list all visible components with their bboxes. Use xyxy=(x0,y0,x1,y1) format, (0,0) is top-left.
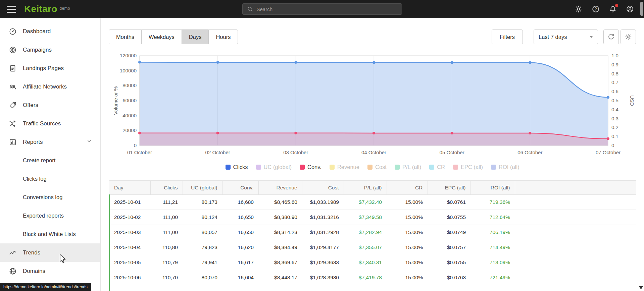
scrollbar-down-arrow[interactable] xyxy=(639,286,643,289)
sidebar-subitem-label: Black and White Lists xyxy=(23,231,76,237)
search-icon xyxy=(247,6,253,12)
refresh-button[interactable] xyxy=(603,30,619,44)
scrollbar-thumb[interactable] xyxy=(640,2,643,16)
table-row[interactable]: 2025-10-05110,7979,94116,617$8,369.67$1,… xyxy=(109,255,636,270)
column-header[interactable]: Day xyxy=(109,181,150,195)
table-row[interactable]: 2025-10-01111,2180,17316,680$8,465.60$1,… xyxy=(109,195,636,210)
table-row[interactable]: 2025-10-0764,4146,2579,032$4,583.09$595.… xyxy=(109,285,636,291)
table-cell: 2025-10-02 xyxy=(109,210,150,225)
trends-chart-wrap: 1200001000008000060000400002000001.00.90… xyxy=(109,52,636,172)
sidebar-item-exported-reports[interactable]: Exported reports xyxy=(0,207,100,225)
svg-text:1.0: 1.0 xyxy=(611,53,618,58)
sidebar-item-campaigns[interactable]: Campaigns xyxy=(0,41,100,59)
chevron-down-icon xyxy=(590,36,593,38)
table-cell: $8,448.17 xyxy=(258,270,302,285)
sidebar-item-dashboard[interactable]: Dashboard xyxy=(0,22,100,41)
column-header[interactable]: ROI (all) xyxy=(470,181,515,195)
sidebar-item-label: Campaigns xyxy=(23,47,52,53)
sidebar-item-conversions-log[interactable]: Conversions log xyxy=(0,188,100,207)
legend-item[interactable]: UC (global) xyxy=(256,164,292,170)
table-row[interactable]: 2025-10-02111,0080,12416,650$8,380.90$1,… xyxy=(109,210,636,225)
sidebar-item-affiliate-networks[interactable]: Affiliate Networks xyxy=(0,77,100,96)
filters-button[interactable]: Filters xyxy=(492,30,523,44)
topbar: Keitarodemo ? xyxy=(0,0,644,18)
sidebar-item-offers[interactable]: Offers xyxy=(0,96,100,114)
table-cell: 110,79 xyxy=(150,255,183,270)
legend-item[interactable]: Cost xyxy=(367,164,387,170)
sidebar-item-clicks-log[interactable]: Clicks log xyxy=(0,170,100,188)
column-header-filler xyxy=(515,181,636,195)
table-cell: 110,70 xyxy=(150,270,183,285)
table-row[interactable]: 2025-10-06110,7080,07016,604$8,448.17$1,… xyxy=(109,270,636,285)
svg-text:60000: 60000 xyxy=(122,98,137,103)
column-header[interactable]: P/L (all) xyxy=(344,181,387,195)
table-cell-filler xyxy=(515,210,636,225)
column-header[interactable]: Clicks xyxy=(150,181,183,195)
legend-swatch xyxy=(367,165,373,170)
legend-item[interactable]: ROI (all) xyxy=(491,164,519,170)
user-avatar-icon[interactable] xyxy=(626,5,634,13)
sidebar: Dashboard Campaigns Landings Pages Affil… xyxy=(0,18,101,291)
sidebar-item-create-report[interactable]: Create report xyxy=(0,151,100,170)
granularity-tabs: Months Weekdays Days Hours xyxy=(109,30,238,44)
legend-item[interactable]: Conv. xyxy=(300,164,321,170)
dashboard-icon xyxy=(9,27,17,36)
svg-text:0.7: 0.7 xyxy=(611,79,618,85)
column-header[interactable]: EPC (all) xyxy=(428,181,470,195)
table-cell-filler xyxy=(515,225,636,240)
legend-item[interactable]: P/L (all) xyxy=(395,164,421,170)
table-cell: 79,941 xyxy=(183,255,222,270)
table-cell: 79,823 xyxy=(183,240,222,255)
sidebar-item-black-and-white-lists[interactable]: Black and White Lists xyxy=(0,225,100,243)
chart-settings-button[interactable] xyxy=(621,30,636,44)
svg-text:0.6: 0.6 xyxy=(611,89,618,94)
sidebar-item-label: Traffic Sources xyxy=(23,120,61,127)
legend-label: UC (global) xyxy=(264,164,292,170)
table-cell: $1,031.2928 xyxy=(302,225,344,240)
date-range-select[interactable]: Last 7 days xyxy=(534,30,598,44)
column-header[interactable]: Revenue xyxy=(258,181,302,195)
table-cell: $0.0749 xyxy=(428,225,470,240)
column-header[interactable]: Conv. xyxy=(222,181,258,195)
table-cell: 2025-10-05 xyxy=(109,255,150,270)
table-cell: 9,032 xyxy=(222,285,258,291)
trends-chart[interactable]: 1200001000008000060000400002000001.00.90… xyxy=(109,52,636,159)
column-header[interactable]: CR xyxy=(387,181,428,195)
sidebar-item-domains[interactable]: Domains xyxy=(0,262,100,280)
svg-text:?: ? xyxy=(594,7,597,11)
settings-gear-icon[interactable] xyxy=(575,5,583,13)
sidebar-item-traffic-sources[interactable]: Traffic Sources xyxy=(0,114,100,133)
table-cell: $1,031.3216 xyxy=(302,210,344,225)
legend-item[interactable]: EPC (all) xyxy=(453,164,483,170)
tab-months[interactable]: Months xyxy=(109,30,142,44)
notifications-bell-icon[interactable] xyxy=(609,5,617,13)
column-header[interactable]: UC (global) xyxy=(183,181,222,195)
table-cell-filler xyxy=(515,270,636,285)
help-icon[interactable]: ? xyxy=(592,5,600,13)
legend-item[interactable]: Clicks xyxy=(226,164,248,170)
sidebar-item-label: Domains xyxy=(23,268,45,275)
toolbar-right: Filters Last 7 days xyxy=(492,30,636,44)
table-cell: 111,00 xyxy=(150,225,183,240)
table-cell: $0.0757 xyxy=(428,240,470,255)
table-row[interactable]: 2025-10-04110,8079,82316,620$8,384.49$1,… xyxy=(109,240,636,255)
global-search[interactable] xyxy=(242,3,402,15)
sidebar-item-landings-pages[interactable]: Landings Pages xyxy=(0,59,100,77)
table-cell: $7,349.58 xyxy=(344,210,387,225)
tab-days[interactable]: Days xyxy=(182,30,209,44)
sidebar-subitem-label: Exported reports xyxy=(23,213,64,219)
sidebar-item-trends[interactable]: Trends xyxy=(0,243,100,262)
legend-item[interactable]: Revenue xyxy=(330,164,359,170)
svg-text:40000: 40000 xyxy=(122,113,137,118)
column-header[interactable]: Cost xyxy=(302,181,344,195)
tab-hours[interactable]: Hours xyxy=(208,30,238,44)
legend-item[interactable]: CR xyxy=(429,164,445,170)
sidebar-item-reports[interactable]: Reports xyxy=(0,133,100,151)
table-row[interactable]: 2025-10-03111,0080,05716,650$8,314.23$1,… xyxy=(109,225,636,240)
table-cell: 80,173 xyxy=(183,195,222,210)
hamburger-menu-icon[interactable] xyxy=(7,6,16,13)
tab-weekdays[interactable]: Weekdays xyxy=(141,30,182,44)
search-input[interactable] xyxy=(257,6,398,12)
app-logo[interactable]: Keitarodemo xyxy=(24,4,70,14)
traffic-sources-icon xyxy=(9,120,17,128)
